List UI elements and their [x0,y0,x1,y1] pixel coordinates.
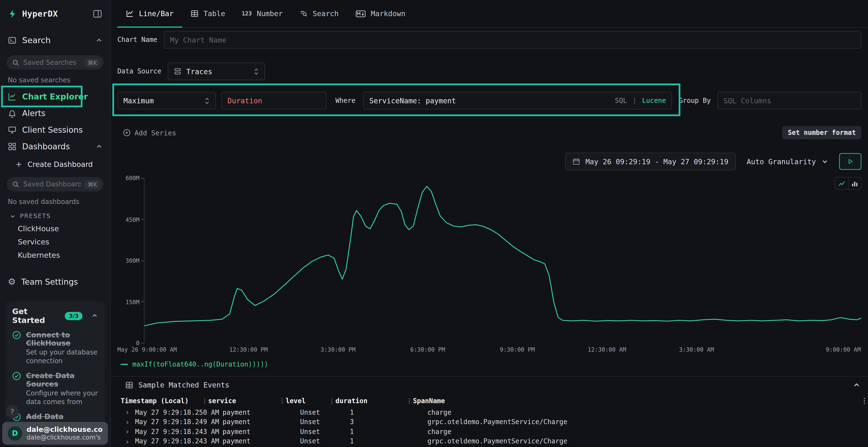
preset-item-services[interactable]: Services [0,235,110,248]
saved-dashboards-placeholder: Saved Dashboards [23,180,81,188]
saved-searches-input[interactable]: Saved Searches ⌘K [7,56,104,70]
main-content: Line/Bar Table 123 Number Search [111,0,868,447]
granularity-select[interactable]: Auto Granularity [744,157,830,166]
field-input-wrap [221,92,327,109]
sql-mode-toggle[interactable]: SQL [615,97,627,105]
sidebar: HyperDX Search Saved Searches ⌘K No save… [0,0,111,447]
search-icon [12,59,20,66]
calendar-icon [572,158,580,165]
chart-form: Chart Name Data Source Traces [111,28,868,170]
where-input[interactable] [369,97,611,105]
tab-label: Markdown [371,9,406,18]
column-header-level[interactable]: ⋮level [286,397,336,404]
column-separator-icon: ⋮ [279,397,285,404]
chevron-up-icon[interactable] [91,312,98,319]
series-line [145,186,861,325]
aggregation-value: Maximum [123,97,200,105]
user-email: dale@clickhouse.com [27,425,102,434]
preset-item-clickhouse[interactable]: ClickHouse [0,222,110,235]
event-row[interactable]: › May 27 9:29:18.250 AM payment Unset 1 … [111,408,868,417]
get-started-step-connect[interactable]: Connect to ClickHouse Set up your databa… [12,331,98,366]
field-input[interactable] [227,97,321,105]
x-tick-label: May 26 9:00:00 AM [117,346,177,353]
tab-label: Line/Bar [139,9,174,18]
tab-table[interactable]: Table [182,0,234,27]
column-header-service[interactable]: ⋮service [208,397,285,404]
chart-explorer-icon [8,92,17,101]
data-source-select[interactable]: Traces [168,62,266,80]
add-series-button[interactable]: Add Series [123,129,176,137]
legend-swatch [121,364,128,365]
cell-timestamp: May 27 9:29:18.249 AM [135,418,222,426]
y-tick-mark [141,178,144,178]
event-row[interactable]: › May 27 9:29:18.243 AM payment Unset 1 … [111,427,868,437]
lucene-mode-toggle[interactable]: Lucene [642,97,666,105]
sidebar-item-chart-explorer[interactable]: Chart Explorer [0,89,110,105]
y-tick-label: 0 [136,340,140,346]
series-row: Maximum Where SQL | Lucene Group By [117,92,862,109]
sidebar-section-search[interactable]: Search [0,32,110,49]
cell-service: payment [222,418,300,426]
cell-level: Unset [300,418,350,426]
set-number-format-button[interactable]: Set number format [782,126,862,139]
events-table-header: Timestamp (Local) ⋮service ⋮level ⋮durat… [111,393,868,408]
collapse-panel-icon[interactable] [853,381,860,389]
y-tick: 300M [125,257,144,264]
x-tick-label: 12:30:00 AM [588,346,626,353]
tab-markdown[interactable]: Markdown [347,0,414,27]
date-range-picker[interactable]: May 26 09:29:19 - May 27 09:29:19 [565,153,735,170]
create-dashboard-label: Create Dashboard [28,160,93,168]
tab-label: Table [204,9,225,18]
markdown-icon [355,10,366,18]
run-query-button[interactable] [839,153,862,170]
search-icon [12,181,20,188]
aggregation-select[interactable]: Maximum [117,92,216,109]
get-started-step-datasources[interactable]: Create Data Sources Configure where your… [12,372,98,407]
user-menu[interactable]: D dale@clickhouse.com dale@clickhouse.co… [2,422,108,445]
column-header-timestamp[interactable]: Timestamp (Local) [121,397,208,404]
y-tick-label: 300M [125,257,140,264]
chart-name-input[interactable] [170,36,855,44]
expand-row-icon: › [125,428,135,436]
tab-number[interactable]: 123 Number [234,0,291,27]
column-header-spanname[interactable]: ⋮SpanName [413,397,859,404]
get-started-header[interactable]: Get Started 3/3 [12,307,98,324]
y-tick-mark [141,342,144,343]
caret-sort-icon [254,67,259,75]
saved-dashboards-input[interactable]: Saved Dashboards ⌘K [7,177,104,192]
sample-matched-events-panel: Sample Matched Events Timestamp (Local) … [111,376,868,447]
user-team: dale@clickhouse.com's [27,434,102,442]
check-circle-icon [12,372,21,407]
avatar: D [8,426,22,441]
chevron-up-icon[interactable] [96,37,102,44]
list-search-icon [300,9,308,18]
source-icon [174,67,182,75]
tab-search[interactable]: Search [291,0,347,27]
preset-item-kubernetes[interactable]: Kubernetes [0,248,110,262]
group-by-input[interactable] [723,97,855,105]
tab-line-bar[interactable]: Line/Bar [117,0,182,27]
timeseries-chart[interactable] [145,178,861,343]
no-saved-searches-text: No saved searches [0,70,110,84]
chart-plot-area[interactable] [144,178,862,343]
tab-label: Number [257,9,283,18]
sidebar-item-client-sessions[interactable]: Client Sessions [0,122,110,138]
sidebar-item-label: Alerts [22,109,45,118]
where-label: Where [335,97,355,105]
data-source-label: Data Source [117,67,161,75]
collapse-sidebar-icon[interactable] [92,9,102,19]
cell-spanname: charge [427,428,854,436]
no-saved-dashboards-text: No saved dashboards [0,191,110,206]
event-row[interactable]: › May 27 9:29:18.249 AM payment Unset 3 … [111,417,868,427]
shortcut-badge: ⌘K [85,58,100,66]
presets-toggle[interactable]: PRESETS [0,206,110,222]
event-row[interactable]: › May 27 9:29:18.243 AM payment Unset 1 … [111,437,868,446]
cell-service: payment [222,438,300,445]
sidebar-item-team-settings[interactable]: ⚙ Team Settings [0,274,110,290]
sidebar-item-alerts[interactable]: Alerts [0,105,110,122]
table-options-icon[interactable]: ⋮ [859,397,868,405]
sidebar-item-dashboards[interactable]: Dashboards [0,138,110,155]
create-dashboard-button[interactable]: + Create Dashboard [0,155,110,174]
chevron-up-icon[interactable] [96,143,102,150]
column-header-duration[interactable]: ⋮duration [335,397,413,404]
